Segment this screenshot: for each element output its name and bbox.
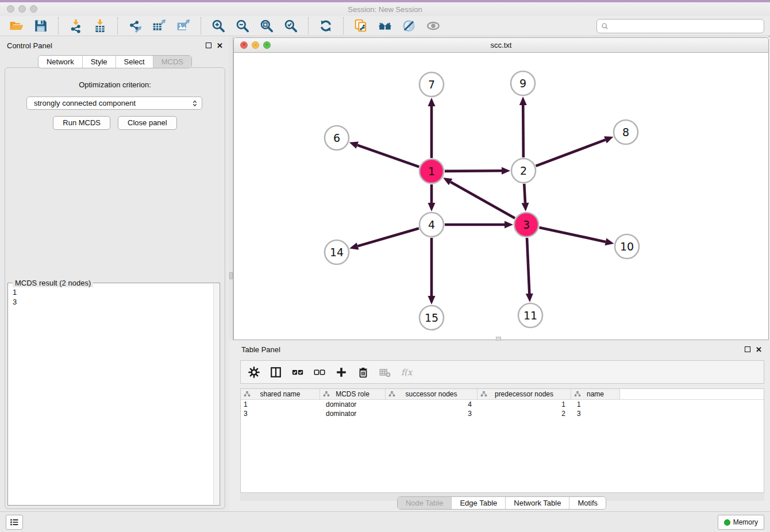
add-button[interactable]	[335, 366, 348, 379]
memory-button[interactable]: Memory	[718, 515, 764, 530]
graph-edge-2-3[interactable]	[521, 184, 529, 211]
table-cell[interactable]: 1	[571, 400, 620, 409]
graph-node-label: 14	[330, 246, 344, 259]
table-row[interactable]: 3dominator323	[241, 409, 764, 418]
graph-edge-2-9[interactable]	[519, 97, 527, 157]
graph-edge-3-11[interactable]	[526, 238, 533, 302]
task-history-button[interactable]	[6, 515, 23, 530]
network-canvas[interactable]: 1234678910111415	[234, 53, 768, 340]
tab-network[interactable]: Network	[38, 56, 82, 68]
graph-node-14[interactable]: 14	[325, 240, 349, 264]
import-network-button[interactable]	[66, 17, 86, 35]
table-cell[interactable]: 2	[478, 409, 571, 418]
tab-select[interactable]: Select	[116, 56, 153, 68]
column-header-successor-nodes[interactable]: successor nodes	[386, 389, 478, 399]
graph-edge-1-4[interactable]	[428, 184, 436, 211]
splitter-handle[interactable]	[229, 272, 233, 279]
toggle-graphics-details-button[interactable]	[399, 17, 419, 35]
table-cell[interactable]: 3	[571, 409, 620, 418]
network-zoom-button[interactable]: +	[263, 41, 271, 49]
tab-edge-table[interactable]: Edge Table	[451, 497, 505, 509]
table-cell[interactable]: dominator	[320, 409, 386, 418]
graph-node-2[interactable]: 2	[511, 159, 536, 183]
graph-node-4[interactable]: 4	[419, 213, 444, 237]
tab-style[interactable]: Style	[82, 56, 116, 68]
column-header-mcds-role[interactable]: MCDS role	[320, 389, 386, 399]
zoom-selected-button[interactable]	[281, 17, 301, 35]
graph-node-6[interactable]: 6	[325, 126, 349, 150]
graph-edge-4-14[interactable]	[349, 228, 419, 249]
import-table-button[interactable]	[90, 17, 110, 35]
duplicate-network-button[interactable]	[351, 17, 371, 35]
float-panel-icon[interactable]	[206, 43, 211, 48]
network-minimize-button[interactable]: −	[252, 41, 259, 49]
table-cell[interactable]: dominator	[320, 400, 386, 409]
select-all-checks-button[interactable]	[291, 366, 304, 379]
graph-edge-1-7[interactable]	[428, 98, 436, 158]
graph-node-7[interactable]: 7	[419, 72, 444, 97]
canvas-resize-handle[interactable]	[496, 337, 501, 341]
network-close-button[interactable]: ✕	[240, 41, 248, 49]
result-scrollbar[interactable]	[213, 284, 219, 504]
graph-edge-3-10[interactable]	[539, 228, 614, 245]
window-close-button[interactable]	[7, 5, 14, 13]
float-table-panel-icon[interactable]	[745, 346, 750, 352]
optimization-criterion-dropdown[interactable]: strongly connected component	[26, 97, 202, 110]
settings-button[interactable]	[248, 366, 260, 379]
search-box[interactable]	[596, 19, 764, 33]
zoom-fit-button[interactable]	[257, 17, 276, 35]
zoom-out-button[interactable]	[233, 17, 252, 35]
graph-node-1[interactable]: 1	[419, 159, 444, 183]
close-panel-icon[interactable]: ✕	[217, 42, 223, 49]
graph-node-11[interactable]: 11	[518, 303, 542, 327]
table-cell[interactable]: 1	[241, 400, 320, 409]
tab-network-table[interactable]: Network Table	[505, 497, 569, 509]
open-file-button[interactable]	[7, 17, 26, 35]
refresh-button[interactable]	[316, 17, 336, 35]
close-panel-button[interactable]: Close panel	[118, 116, 177, 130]
column-header-name[interactable]: name	[571, 389, 620, 399]
export-network-button[interactable]	[125, 17, 145, 35]
graph-edge-2-8[interactable]	[536, 136, 614, 166]
split-columns-button[interactable]	[270, 366, 282, 379]
graph-node-10[interactable]: 10	[615, 234, 639, 259]
graph-node-8[interactable]: 8	[614, 120, 638, 144]
table-cell[interactable]: 1	[478, 400, 571, 409]
mcds-result-text[interactable]: 1 3	[8, 283, 220, 311]
clear-checks-button[interactable]	[313, 366, 326, 379]
zoom-in-button[interactable]	[209, 17, 228, 35]
panel-splitter[interactable]	[229, 37, 233, 340]
delete-button[interactable]	[357, 366, 369, 379]
graph-node-3[interactable]: 3	[514, 213, 538, 237]
graph-edge-4-15[interactable]	[428, 238, 436, 304]
tab-mcds[interactable]: MCDS	[153, 56, 191, 68]
graph-edge-3-1[interactable]	[443, 178, 515, 218]
main-toolbar	[0, 16, 770, 36]
graph-edge-1-6[interactable]	[349, 141, 419, 167]
graph-node-15[interactable]: 15	[419, 306, 444, 330]
column-header-predecessor-nodes[interactable]: predecessor nodes	[478, 389, 571, 399]
tab-motifs[interactable]: Motifs	[569, 497, 606, 509]
graph-edge-4-3[interactable]	[445, 221, 513, 229]
table-cell[interactable]: 3	[241, 409, 320, 418]
run-mcds-button[interactable]: Run MCDS	[53, 116, 110, 130]
network-window-titlebar[interactable]: ✕ − + scc.txt	[234, 38, 768, 53]
home-button[interactable]	[375, 17, 395, 35]
graph-edge-1-2[interactable]	[445, 167, 510, 175]
column-header-shared-name[interactable]: shared name	[241, 389, 320, 399]
search-input[interactable]	[612, 22, 760, 30]
table-cell[interactable]: 3	[386, 409, 478, 418]
export-table-button[interactable]	[149, 17, 169, 35]
show-hide-button[interactable]	[424, 17, 443, 35]
optimization-criterion-label: Optimization criterion:	[5, 80, 225, 89]
table-cell[interactable]: 4	[386, 400, 478, 409]
save-session-button[interactable]	[31, 17, 51, 35]
table-row[interactable]: 1dominator411	[241, 400, 764, 409]
window-minimize-button[interactable]	[18, 5, 26, 13]
memory-status-icon	[724, 519, 730, 526]
graph-node-9[interactable]: 9	[511, 71, 535, 95]
tab-node-table[interactable]: Node Table	[398, 497, 452, 509]
export-image-button[interactable]	[174, 17, 193, 35]
close-table-panel-icon[interactable]: ✕	[756, 346, 762, 353]
window-maximize-button[interactable]	[30, 5, 37, 13]
